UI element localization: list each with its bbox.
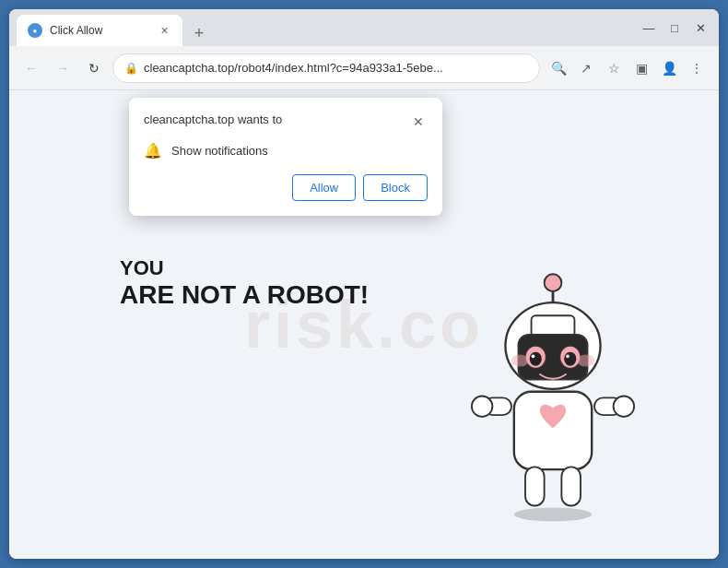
lock-icon: 🔒 bbox=[124, 62, 138, 75]
profile-icon-button[interactable]: 👤 bbox=[656, 55, 682, 81]
tab-close-button[interactable]: ✕ bbox=[157, 23, 171, 38]
tab-title: Click Allow bbox=[50, 24, 149, 37]
popup-notification-row: 🔔 Show notifications bbox=[144, 142, 428, 160]
captcha-text: YOU ARE NOT A ROBOT! bbox=[120, 256, 369, 310]
tab-favicon: ● bbox=[28, 23, 42, 38]
address-bar[interactable]: 🔒 cleancaptcha.top/robot4/index.html?c=9… bbox=[112, 53, 540, 83]
reload-button[interactable]: ↻ bbox=[81, 55, 107, 81]
svg-point-1 bbox=[545, 274, 562, 291]
svg-point-9 bbox=[532, 354, 535, 358]
page-content: risk.co YOU ARE NOT A ROBOT! bbox=[9, 90, 719, 559]
popup-title: cleancaptcha.top wants to bbox=[144, 112, 282, 126]
title-bar: ● Click Allow ✕ + — □ ✕ bbox=[9, 9, 719, 46]
share-icon-button[interactable]: ↗ bbox=[573, 55, 599, 81]
svg-rect-18 bbox=[525, 467, 545, 505]
bookmark-icon-button[interactable]: ☆ bbox=[601, 55, 627, 81]
new-tab-button[interactable]: + bbox=[186, 20, 212, 46]
toolbar: ← → ↻ 🔒 cleancaptcha.top/robot4/index.ht… bbox=[9, 46, 719, 90]
forward-button[interactable]: → bbox=[50, 55, 76, 81]
svg-point-17 bbox=[614, 396, 635, 417]
svg-point-11 bbox=[511, 354, 529, 366]
notification-popup: cleancaptcha.top wants to ✕ 🔔 Show notif… bbox=[129, 98, 442, 216]
svg-rect-13 bbox=[514, 392, 592, 469]
close-button[interactable]: ✕ bbox=[689, 17, 711, 39]
svg-point-12 bbox=[577, 354, 594, 366]
svg-point-8 bbox=[564, 352, 576, 366]
svg-point-20 bbox=[514, 507, 592, 521]
sidebar-icon-button[interactable]: ▣ bbox=[628, 55, 654, 81]
block-button[interactable]: Block bbox=[363, 174, 428, 201]
bell-icon: 🔔 bbox=[144, 142, 162, 160]
popup-close-button[interactable]: ✕ bbox=[409, 112, 428, 131]
back-button[interactable]: ← bbox=[18, 55, 44, 81]
svg-point-10 bbox=[566, 354, 569, 358]
svg-point-7 bbox=[530, 352, 542, 366]
maximize-button[interactable]: □ bbox=[663, 17, 686, 39]
popup-notification-text: Show notifications bbox=[171, 144, 268, 158]
browser-window: ● Click Allow ✕ + — □ ✕ ← → ↻ 🔒 cleancap… bbox=[9, 9, 719, 559]
robot-illustration bbox=[461, 264, 645, 540]
popup-buttons: Allow Block bbox=[144, 174, 428, 201]
captcha-line1: YOU bbox=[120, 256, 369, 280]
allow-button[interactable]: Allow bbox=[292, 174, 356, 201]
search-icon-button[interactable]: 🔍 bbox=[546, 55, 571, 81]
active-tab[interactable]: ● Click Allow ✕ bbox=[17, 15, 182, 46]
popup-header: cleancaptcha.top wants to ✕ bbox=[144, 112, 428, 131]
minimize-button[interactable]: — bbox=[638, 17, 660, 39]
captcha-line2: ARE NOT A ROBOT! bbox=[120, 280, 369, 310]
toolbar-actions: 🔍 ↗ ☆ ▣ 👤 ⋮ bbox=[546, 55, 710, 81]
tab-bar: ● Click Allow ✕ + bbox=[17, 9, 630, 46]
svg-rect-19 bbox=[561, 467, 581, 505]
url-text: cleancaptcha.top/robot4/index.html?c=94a… bbox=[144, 61, 528, 75]
window-controls: — □ ✕ bbox=[638, 17, 711, 39]
svg-point-16 bbox=[472, 396, 493, 417]
menu-icon-button[interactable]: ⋮ bbox=[684, 55, 710, 81]
